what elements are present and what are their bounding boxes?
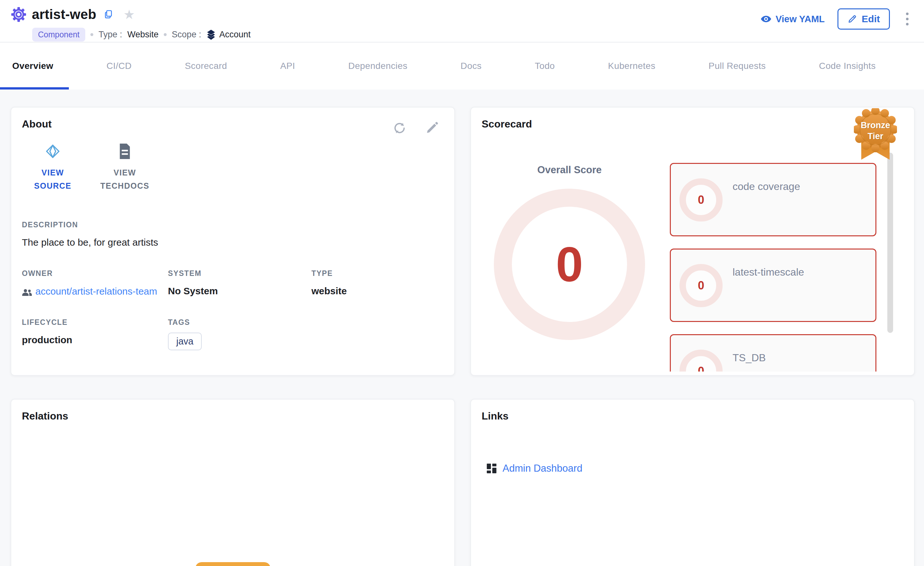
check-card-ts-db[interactable]: 0 TS_DB — [670, 334, 876, 372]
view-yaml-button[interactable]: View YAML — [760, 14, 825, 24]
scope-label: Scope : — [172, 30, 201, 40]
type-label: Type : — [99, 30, 122, 40]
people-icon — [22, 289, 32, 298]
type-field: TYPE website — [311, 269, 444, 298]
view-techdocs-link[interactable]: VIEW TECHDOCS — [96, 144, 154, 193]
view-techdocs-label: VIEW TECHDOCS — [96, 166, 154, 193]
scorecard-checks-list: 0 code coverage 0 latest-timescale 0 TS_… — [670, 163, 878, 372]
overall-score-value: 0 — [556, 236, 583, 293]
type-value: Website — [128, 30, 159, 40]
scorecard-card: Scorecard — [470, 107, 915, 376]
check-name: latest-timescale — [733, 266, 804, 278]
relations-graph-button[interactable] — [195, 562, 271, 566]
owner-field: OWNER account/artist-relations-team — [22, 269, 168, 298]
check-name: code coverage — [733, 181, 800, 193]
favorite-star-icon[interactable]: ★ — [123, 8, 135, 21]
system-value: No System — [168, 286, 311, 297]
check-score-circle: 0 — [680, 350, 723, 372]
check-score-value: 0 — [698, 193, 704, 207]
edit-about-pencil-icon[interactable] — [425, 121, 439, 135]
about-card: About — [10, 107, 455, 376]
tab-pull-requests[interactable]: Pull Requests — [708, 42, 766, 89]
tag-chip-java[interactable]: java — [168, 333, 202, 350]
links-title: Links — [482, 410, 903, 422]
relations-title: Relations — [22, 410, 444, 422]
tab-cicd[interactable]: CI/CD — [106, 42, 132, 89]
owner-label: OWNER — [22, 269, 168, 278]
edit-button-label: Edit — [862, 14, 880, 24]
scorecard-title: Scorecard — [482, 118, 903, 130]
type-field-label: TYPE — [311, 269, 444, 278]
check-name: TS_DB — [733, 352, 766, 364]
svg-text:Bronze: Bronze — [861, 120, 890, 130]
copy-icon[interactable] — [103, 9, 114, 20]
svg-text:Tier: Tier — [867, 131, 884, 141]
description-label: DESCRIPTION — [22, 221, 444, 229]
tab-dependencies[interactable]: Dependencies — [348, 42, 408, 89]
tab-kubernetes[interactable]: Kubernetes — [608, 42, 656, 89]
dot-separator — [164, 33, 166, 36]
description-value: The place to be, for great artists — [22, 237, 444, 248]
page-title: artist-web — [32, 7, 96, 22]
system-label: SYSTEM — [168, 269, 311, 278]
check-score-value: 0 — [698, 279, 704, 292]
lifecycle-field: LIFECYCLE production — [22, 318, 168, 350]
tab-todo[interactable]: Todo — [535, 42, 555, 89]
check-score-circle: 0 — [680, 264, 723, 307]
view-source-link[interactable]: VIEW SOURCE — [24, 144, 82, 193]
tab-code-insights[interactable]: Code Insights — [819, 42, 876, 89]
view-yaml-label: View YAML — [776, 14, 825, 24]
component-gear-icon — [10, 6, 27, 23]
dashboard-grid-icon — [486, 463, 497, 474]
lifecycle-label: LIFECYCLE — [22, 318, 168, 327]
techdocs-document-icon — [118, 144, 132, 159]
kind-badge: Component — [32, 28, 85, 42]
edit-button[interactable]: Edit — [837, 8, 890, 30]
view-source-label: VIEW SOURCE — [24, 166, 82, 193]
edit-pencil-icon — [848, 14, 857, 24]
system-field: SYSTEM No System — [168, 269, 311, 298]
tab-overview[interactable]: Overview — [12, 42, 53, 89]
tags-field: TAGS java — [168, 318, 311, 350]
type-field-value: website — [311, 286, 444, 297]
lifecycle-value: production — [22, 334, 168, 345]
overall-score-donut: 0 — [494, 189, 645, 340]
about-title: About — [22, 118, 444, 130]
links-card: Links Admin Dashboard — [470, 399, 915, 566]
scope-value: Account — [219, 30, 250, 40]
link-item-admin-dashboard[interactable]: Admin Dashboard — [486, 463, 582, 474]
entity-header: artist-web ★ Component Type : Website Sc… — [0, 0, 924, 42]
more-options-kebab-icon[interactable] — [903, 11, 912, 27]
check-card-code-coverage[interactable]: 0 code coverage — [670, 163, 876, 236]
overall-score-label: Overall Score — [471, 164, 668, 176]
check-card-latest-timescale[interactable]: 0 latest-timescale — [670, 248, 876, 322]
tags-label: TAGS — [168, 318, 311, 327]
entity-tabbar: Overview CI/CD Scorecard API Dependencie… — [0, 42, 924, 89]
tab-scorecard[interactable]: Scorecard — [184, 42, 227, 89]
tab-docs[interactable]: Docs — [461, 42, 482, 89]
checks-scrollbar-thumb[interactable] — [887, 153, 893, 333]
relations-card: Relations — [10, 399, 455, 566]
link-label: Admin Dashboard — [502, 463, 582, 474]
source-gem-icon — [45, 144, 60, 159]
tab-api[interactable]: API — [280, 42, 295, 89]
bronze-tier-ribbon-badge: Bronze Bronze Tier Tier — [854, 108, 897, 165]
eye-icon — [760, 15, 772, 24]
refresh-icon[interactable] — [393, 121, 406, 135]
check-score-value: 0 — [698, 364, 704, 372]
check-score-circle: 0 — [680, 178, 723, 221]
account-layers-icon — [206, 29, 216, 40]
owner-link[interactable]: account/artist-relations-team — [35, 284, 165, 298]
dot-separator — [90, 33, 93, 36]
